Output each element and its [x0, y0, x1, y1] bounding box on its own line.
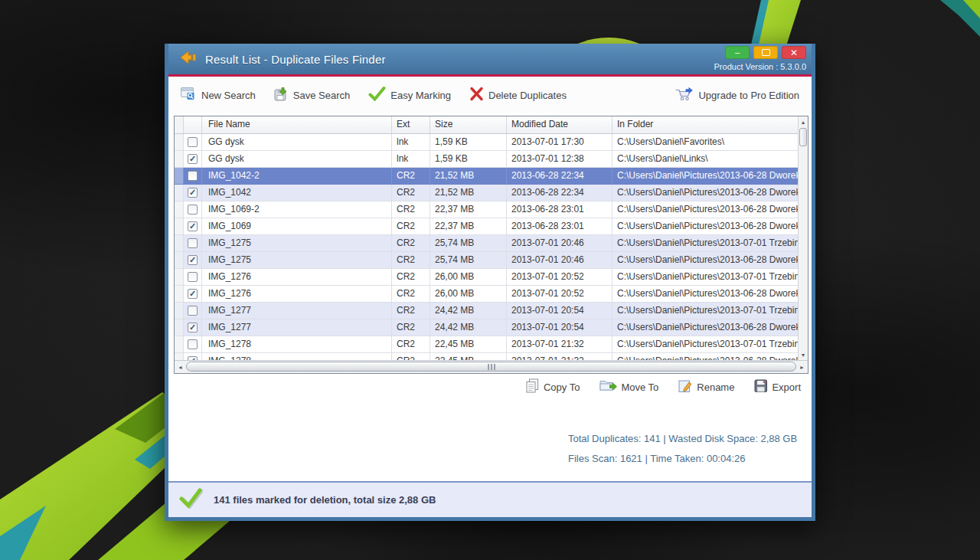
row-checkbox[interactable]: ✓ — [188, 221, 198, 231]
cell-ext: CR2 — [392, 218, 430, 235]
delete-x-icon — [469, 87, 484, 103]
row-gutter — [175, 168, 184, 185]
table-row[interactable]: IMG_1277CR224,42 MB2013-07-01 20:54C:\Us… — [175, 303, 798, 319]
table-row[interactable]: IMG_1069-2CR222,37 MB2013-06-28 23:01C:\… — [175, 201, 798, 218]
cell-folder: C:\Users\Daniel\Pictures\2013-07-01 Trze… — [612, 303, 798, 319]
row-gutter — [175, 185, 184, 201]
copy-to-button[interactable]: Copy To — [525, 378, 580, 395]
cell-date: 2013-07-01 20:54 — [507, 303, 612, 319]
vertical-scrollbar[interactable]: ▲ ▼ — [798, 116, 808, 360]
cell-ext: CR2 — [392, 168, 430, 185]
export-button[interactable]: Export — [754, 378, 801, 395]
status-check-icon — [179, 488, 203, 512]
header-cell-empty[interactable] — [184, 116, 202, 133]
table-row[interactable]: ✓IMG_1278CR222,45 MB2013-07-01 21:32C:\U… — [175, 353, 798, 360]
shopping-cart-icon — [675, 87, 694, 103]
table-row[interactable]: IMG_1275CR225,74 MB2013-07-01 20:46C:\Us… — [175, 235, 798, 252]
rename-button[interactable]: Rename — [678, 378, 734, 395]
vertical-scroll-thumb[interactable] — [799, 128, 807, 146]
export-label: Export — [772, 382, 801, 393]
row-checkbox[interactable] — [188, 272, 198, 282]
easy-marking-button[interactable]: Easy Marking — [368, 87, 451, 103]
row-gutter — [175, 336, 184, 353]
new-search-button[interactable]: New Search — [181, 87, 256, 103]
back-icon[interactable] — [178, 50, 198, 68]
scroll-down-icon[interactable]: ▼ — [799, 349, 808, 360]
minimize-button[interactable]: – — [725, 46, 750, 59]
table-row[interactable]: ✓GG dysklnk1,59 KB2013-07-01 12:38C:\Use… — [175, 151, 798, 168]
cell-date: 2013-06-28 22:34 — [507, 168, 612, 185]
row-check-cell: ✓ — [184, 185, 202, 201]
cell-date: 2013-07-01 12:38 — [507, 151, 612, 168]
table-row[interactable]: ✓IMG_1277CR224,42 MB2013-07-01 20:54C:\U… — [175, 319, 798, 336]
close-button[interactable]: ✕ — [782, 46, 806, 59]
table-row[interactable]: ✓IMG_1042CR221,52 MB2013-06-28 22:34C:\U… — [175, 185, 798, 201]
row-check-cell — [184, 134, 202, 151]
table-row[interactable]: IMG_1042-2CR221,52 MB2013-06-28 22:34C:\… — [175, 168, 798, 185]
cell-size: 24,42 MB — [430, 319, 507, 336]
row-check-cell: ✓ — [184, 319, 202, 336]
header-in-folder[interactable]: In Folder — [612, 116, 798, 133]
table-row[interactable]: GG dysklnk1,59 KB2013-07-01 17:30C:\User… — [175, 134, 798, 151]
row-checkbox[interactable]: ✓ — [188, 188, 198, 198]
move-to-label: Move To — [621, 382, 658, 393]
upgrade-pro-label: Upgrade to Pro Edition — [698, 90, 799, 101]
status-message: 141 files marked for deletion, total siz… — [214, 494, 436, 506]
cell-size: 25,74 MB — [430, 252, 507, 269]
row-checkbox[interactable] — [188, 238, 198, 248]
scroll-right-icon[interactable]: ► — [796, 361, 808, 373]
row-checkbox[interactable]: ✓ — [188, 289, 198, 299]
table-row[interactable]: ✓IMG_1276CR226,00 MB2013-07-01 20:52C:\U… — [175, 286, 798, 303]
new-search-label: New Search — [201, 90, 256, 101]
row-check-cell — [184, 235, 202, 252]
horizontal-scroll-thumb[interactable] — [186, 362, 796, 372]
header-modified-date[interactable]: Modified Date — [507, 116, 612, 133]
row-checkbox[interactable]: ✓ — [188, 255, 198, 265]
row-checkbox[interactable]: ✓ — [188, 154, 198, 164]
maximize-button[interactable] — [753, 46, 778, 59]
cell-date: 2013-06-28 22:34 — [507, 185, 612, 201]
cell-size: 22,45 MB — [430, 353, 507, 360]
move-to-button[interactable]: Move To — [599, 378, 658, 395]
row-gutter — [175, 218, 184, 235]
cell-date: 2013-06-28 23:01 — [507, 201, 612, 218]
save-search-button[interactable]: Save Search — [274, 87, 350, 103]
cell-name: GG dysk — [202, 151, 392, 168]
close-icon: ✕ — [790, 48, 798, 57]
cell-size: 21,52 MB — [430, 185, 507, 201]
row-checkbox[interactable] — [188, 339, 198, 349]
row-check-cell: ✓ — [184, 218, 202, 235]
row-check-cell — [184, 168, 202, 185]
copy-to-label: Copy To — [544, 382, 580, 393]
scroll-left-icon[interactable]: ◄ — [175, 361, 186, 373]
header-cell-empty[interactable] — [175, 116, 184, 133]
row-gutter — [175, 235, 184, 252]
status-bar: 141 files marked for deletion, total siz… — [168, 481, 812, 517]
table-row[interactable]: ✓IMG_1275CR225,74 MB2013-07-01 20:46C:\U… — [175, 252, 798, 269]
header-size[interactable]: Size — [430, 116, 507, 133]
cell-folder: C:\Users\Daniel\Pictures\2013-06-28 Dwor… — [612, 319, 798, 336]
header-file-name[interactable]: File Name — [202, 116, 392, 133]
file-actions-bar: Copy To Move To Rename — [525, 378, 801, 395]
row-checkbox[interactable] — [188, 171, 198, 181]
scroll-up-icon[interactable]: ▲ — [799, 116, 808, 127]
horizontal-scrollbar[interactable]: ◄ ► — [175, 360, 808, 373]
cell-size: 26,00 MB — [430, 269, 507, 286]
row-checkbox[interactable] — [188, 205, 198, 215]
row-checkbox[interactable] — [188, 306, 198, 316]
export-floppy-icon — [754, 379, 768, 395]
row-checkbox[interactable]: ✓ — [188, 323, 198, 332]
header-ext[interactable]: Ext — [392, 116, 430, 133]
cell-ext: CR2 — [392, 303, 430, 319]
table-row[interactable]: IMG_1276CR226,00 MB2013-07-01 20:52C:\Us… — [175, 269, 798, 286]
table-row[interactable]: IMG_1278CR222,45 MB2013-07-01 21:32C:\Us… — [175, 336, 798, 353]
row-gutter — [175, 319, 184, 336]
row-gutter — [175, 201, 184, 218]
delete-duplicates-button[interactable]: Delete Duplicates — [469, 87, 567, 103]
row-checkbox[interactable] — [188, 137, 198, 147]
main-toolbar: New Search Save Search Easy Marking — [168, 77, 812, 113]
table-row[interactable]: ✓IMG_1069CR222,37 MB2013-06-28 23:01C:\U… — [175, 218, 798, 235]
upgrade-pro-button[interactable]: Upgrade to Pro Edition — [675, 87, 799, 103]
cell-size: 22,37 MB — [430, 218, 507, 235]
cell-date: 2013-07-01 20:54 — [507, 319, 612, 336]
